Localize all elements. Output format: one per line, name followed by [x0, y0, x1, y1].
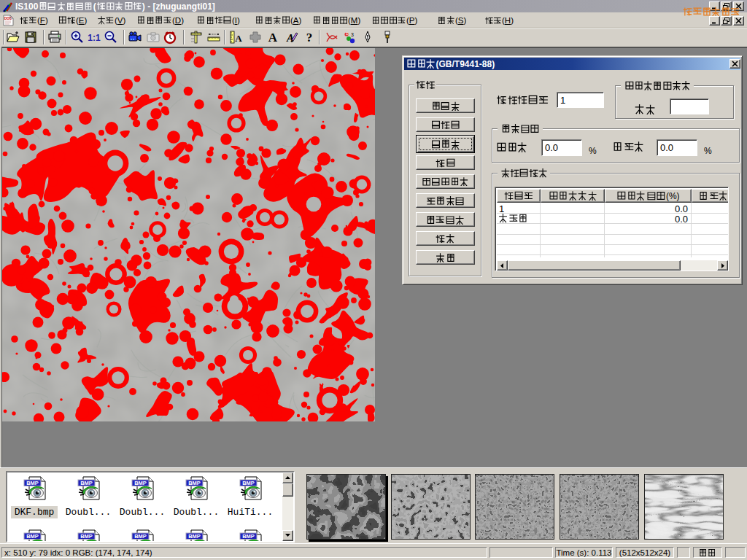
svg-text:BMP: BMP	[26, 480, 39, 486]
svg-text:DOC: DOC	[4, 17, 12, 20]
svg-text:?: ?	[306, 31, 313, 44]
svg-text:BMP: BMP	[188, 480, 201, 486]
svg-text:A: A	[268, 31, 278, 44]
svg-text:BMP: BMP	[134, 480, 147, 486]
svg-text:BMP: BMP	[80, 533, 93, 540]
svg-text:BMP: BMP	[188, 533, 201, 540]
svg-text:BMP: BMP	[242, 533, 255, 540]
svg-text:A: A	[235, 33, 242, 44]
svg-text:3: 3	[351, 32, 354, 37]
svg-text:BMP: BMP	[134, 533, 147, 540]
svg-text:BMP: BMP	[242, 480, 255, 486]
svg-text:BMP: BMP	[80, 480, 93, 486]
svg-text:BMP: BMP	[26, 533, 39, 540]
svg-text:1:1: 1:1	[88, 33, 101, 43]
